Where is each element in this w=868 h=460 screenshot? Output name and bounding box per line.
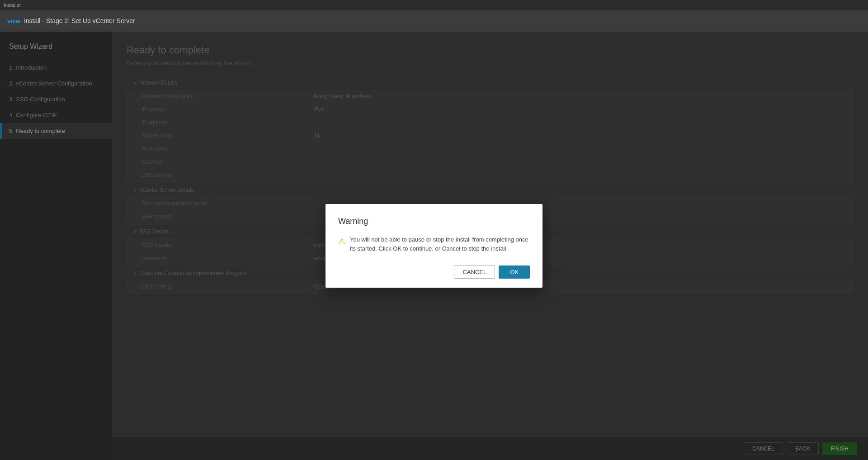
title-bar-label: Installer (4, 2, 21, 8)
modal-footer: CANCEL OK (338, 266, 530, 279)
modal-ok-button[interactable]: OK (499, 266, 530, 279)
modal-overlay: Warning ⚠ You will not be able to pause … (0, 32, 868, 460)
warning-icon: ⚠ (338, 236, 345, 253)
modal-title: Warning (338, 217, 530, 226)
modal-cancel-button[interactable]: CANCEL (454, 266, 495, 279)
title-bar: Installer (0, 0, 868, 10)
main-layout: Setup Wizard 1 Introduction 2 vCenter Se… (0, 32, 868, 460)
header-title: Install - Stage 2: Set Up vCenter Server (24, 17, 135, 24)
vmw-logo: vmw (7, 18, 20, 24)
modal-body: ⚠ You will not be able to pause or stop … (338, 235, 530, 253)
header: vmw Install - Stage 2: Set Up vCenter Se… (0, 10, 868, 32)
modal-message: You will not be able to pause or stop th… (350, 235, 530, 253)
warning-modal: Warning ⚠ You will not be able to pause … (326, 204, 542, 288)
